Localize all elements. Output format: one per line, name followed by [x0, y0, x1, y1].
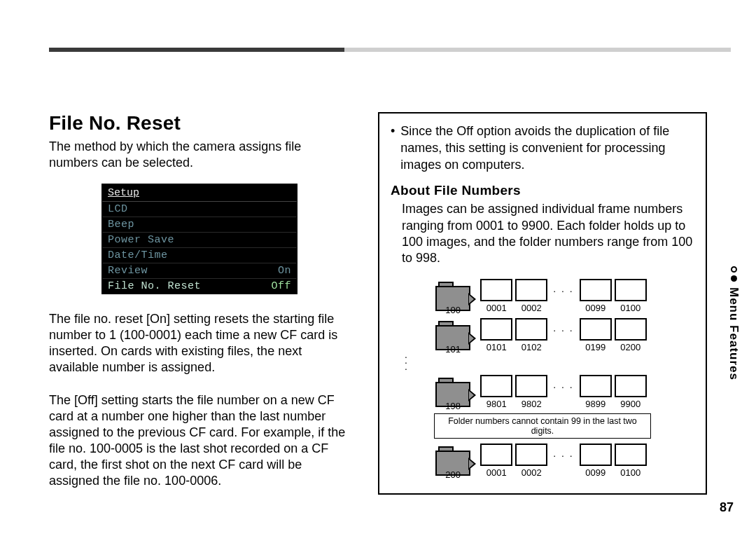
file-number: 9801 — [486, 399, 507, 409]
lcd-row: ReviewOn — [102, 263, 297, 279]
bullet-text: Since the Off option avoids the duplicat… — [400, 123, 694, 173]
file-number: 0199 — [585, 342, 606, 352]
paragraph-off-setting: The [Off] setting starts the file number… — [49, 392, 350, 489]
folder-diagram: 0001 0002 · · · 0099 0100 100 0101 0102 … — [391, 277, 694, 481]
file-slot — [515, 318, 547, 341]
file-number: 9899 — [585, 399, 606, 409]
lcd-row: Power Save — [102, 233, 297, 248]
paragraph-on-setting: The file no. reset [On] setting resets t… — [49, 311, 350, 376]
file-number: 0001 — [486, 303, 507, 313]
content-columns: File No. Reset The method by which the c… — [49, 112, 729, 522]
lcd-key: Beep — [108, 219, 134, 231]
file-number: 0101 — [486, 342, 507, 352]
diagram-note: Folder numbers cannot contain 99 in the … — [434, 413, 651, 439]
lcd-screenshot: Setup LCD Beep Power Save Date/Time Revi… — [49, 184, 350, 294]
file-slot — [615, 318, 647, 341]
folder-row: 0001 0002 · · · 0099 0100 100 — [435, 277, 649, 316]
lcd-key: Review — [108, 265, 148, 277]
file-slot — [580, 375, 612, 397]
intro-paragraph: The method by which the camera assigns f… — [49, 139, 350, 171]
folder-number: 200 — [445, 469, 461, 480]
file-number: 0099 — [585, 467, 606, 478]
file-number: 0099 — [585, 303, 606, 313]
subheading-about-file-numbers: About File Numbers — [391, 183, 694, 198]
lcd-val: Off — [271, 280, 291, 292]
ellipsis-icon: · · · — [550, 450, 576, 461]
lcd-key: LCD — [108, 203, 128, 215]
lcd-key: File No. Reset — [108, 280, 201, 292]
info-box: • Since the Off option avoids the duplic… — [378, 112, 707, 495]
file-slot — [480, 444, 512, 466]
lcd-row: Beep — [102, 217, 297, 233]
lcd-key: Date/Time — [108, 249, 168, 261]
file-slot — [580, 318, 612, 341]
lcd-menu: Setup LCD Beep Power Save Date/Time Revi… — [102, 184, 298, 294]
file-number: 0102 — [522, 342, 542, 352]
file-number: 0002 — [522, 303, 542, 313]
header-rule — [49, 48, 729, 52]
bullet-dot-icon: • — [391, 123, 395, 173]
header-rule-dark — [49, 48, 344, 52]
file-number: 0200 — [620, 342, 640, 352]
folder-number: 198 — [445, 401, 461, 411]
file-number: 9900 — [620, 399, 640, 409]
file-slot — [515, 375, 547, 397]
header-rule-light — [344, 48, 731, 52]
page-number: 87 — [720, 500, 734, 515]
ellipsis-icon: · · · — [550, 324, 576, 336]
about-file-numbers-paragraph: Images can be assigned individual frame … — [391, 201, 694, 267]
left-column: File No. Reset The method by which the c… — [49, 112, 350, 522]
ellipsis-icon: · · · — [550, 285, 576, 296]
tab-indicator-icon — [731, 266, 737, 282]
file-slot — [480, 318, 512, 341]
folder-row: 0001 0002 · · · 0099 0100 200 — [435, 441, 649, 481]
folder-row: 9801 9802 · · · 9899 9900 198 — [435, 373, 649, 412]
lcd-row-selected: File No. ResetOff — [102, 279, 297, 294]
folder-number: 100 — [445, 305, 461, 315]
file-number: 0001 — [486, 467, 507, 478]
section-tab: Menu Features — [727, 266, 741, 380]
manual-page: File No. Reset The method by which the c… — [0, 0, 756, 536]
lcd-row: Date/Time — [102, 248, 297, 263]
file-slot — [515, 279, 547, 301]
folder-row: 0101 0102 · · · 0199 0200 101 — [435, 316, 649, 355]
lcd-row: LCD — [102, 202, 297, 217]
lcd-key: Power Save — [108, 234, 174, 246]
right-column: • Since the Off option avoids the duplic… — [378, 112, 707, 522]
file-slot — [615, 444, 647, 466]
file-number: 0100 — [620, 303, 640, 313]
file-slot — [515, 444, 547, 466]
page-title: File No. Reset — [49, 112, 350, 135]
file-slot — [480, 375, 512, 397]
folder-number: 101 — [445, 344, 461, 355]
bullet-off-option: • Since the Off option avoids the duplic… — [391, 123, 694, 173]
file-slot — [580, 444, 612, 466]
vertical-ellipsis-icon: ··· — [405, 354, 409, 371]
file-slot — [615, 279, 647, 301]
file-slot — [615, 375, 647, 397]
file-slot — [480, 279, 512, 301]
lcd-val: On — [278, 265, 291, 277]
ellipsis-icon: · · · — [550, 381, 576, 392]
file-number: 0100 — [620, 467, 640, 478]
lcd-menu-title: Setup — [102, 184, 297, 202]
file-number: 9802 — [522, 399, 542, 409]
file-number: 0002 — [522, 467, 542, 478]
file-slot — [580, 279, 612, 301]
section-label: Menu Features — [727, 287, 741, 380]
